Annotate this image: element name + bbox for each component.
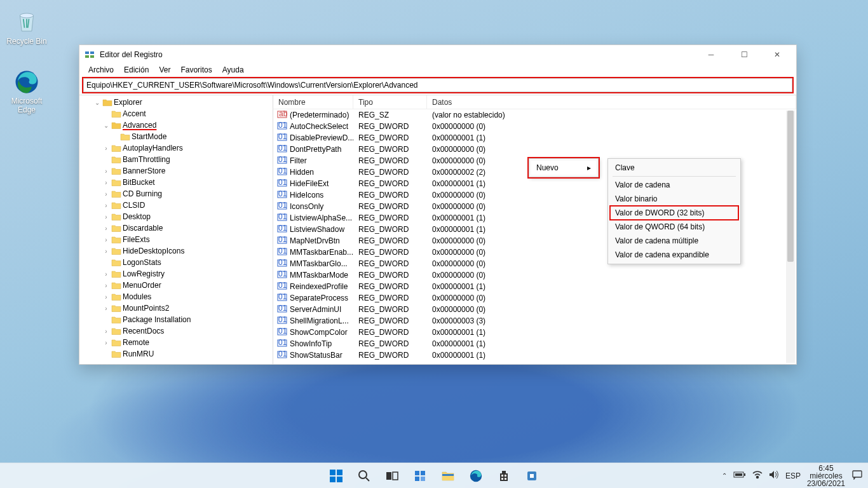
menu-item-cadena[interactable]: Valor de cadena xyxy=(610,178,738,192)
value-type: REG_DWORD xyxy=(353,294,427,302)
chevron-icon[interactable]: › xyxy=(102,271,110,278)
tray-wifi-icon[interactable] xyxy=(752,470,763,481)
tree-item[interactable]: ⌄Explorer xyxy=(79,97,273,108)
tree-item[interactable]: ›Desktop xyxy=(79,211,273,222)
menu-item-clave[interactable]: Clave xyxy=(610,161,738,175)
app-button[interactable] xyxy=(520,464,544,487)
registry-value-row[interactable]: 011ServerAdminUIREG_DWORD0x00000000 (0) xyxy=(273,304,796,315)
col-tipo[interactable]: Tipo xyxy=(353,95,427,109)
svg-point-54 xyxy=(359,471,367,478)
value-icon: 011 xyxy=(277,281,287,292)
tree-item[interactable]: ›BitBucket xyxy=(79,177,273,188)
tree-item[interactable]: RunMRU xyxy=(79,348,273,360)
chevron-icon[interactable]: › xyxy=(102,179,110,186)
chevron-icon[interactable]: › xyxy=(102,339,110,346)
tray-clock[interactable]: 6:45 miércoles 23/06/2021 xyxy=(807,464,845,487)
tree-item[interactable]: ›MenuOrder xyxy=(79,280,273,291)
tree-item[interactable]: ›HideDesktopIcons xyxy=(79,245,273,257)
chevron-icon[interactable]: › xyxy=(102,282,110,289)
explorer-button[interactable] xyxy=(436,464,460,487)
store-button[interactable] xyxy=(492,464,516,487)
registry-value-row[interactable]: 011SeparateProcessREG_DWORD0x00000000 (0… xyxy=(273,292,796,304)
chevron-icon[interactable]: › xyxy=(102,168,110,175)
tree-item[interactable]: ›LowRegistry xyxy=(79,268,273,280)
value-type: REG_DWORD xyxy=(353,145,427,154)
tree-item[interactable]: ›BannerStore xyxy=(79,165,273,177)
tray-notifications-icon[interactable] xyxy=(851,470,863,482)
chevron-icon[interactable]: › xyxy=(102,236,110,243)
scrollbar[interactable] xyxy=(786,111,795,363)
close-button[interactable]: ✕ xyxy=(763,45,791,64)
desktop-icon-recycle-bin[interactable]: Recycle Bin xyxy=(4,9,50,46)
tree-item[interactable]: Package Installation xyxy=(79,314,273,325)
registry-value-row[interactable]: 011MMTaskbarModeREG_DWORD0x00000000 (0) xyxy=(273,269,796,281)
menu-item-expand[interactable]: Valor de cadena expandible xyxy=(610,248,738,262)
menu-favoritos[interactable]: Favoritos xyxy=(175,64,217,78)
tree-pane[interactable]: ⌄ExplorerAccent⌄AdvancedStartMode›Autopl… xyxy=(79,95,273,364)
tree-item[interactable]: ›MountPoints2 xyxy=(79,302,273,314)
menu-ver[interactable]: Ver xyxy=(154,64,175,78)
tree-item[interactable]: ›CD Burning xyxy=(79,188,273,200)
tray-language[interactable]: ESP xyxy=(785,471,801,480)
search-button[interactable] xyxy=(352,464,376,487)
registry-value-row[interactable]: 011DisablePreviewD...REG_DWORD0x00000001… xyxy=(273,132,796,144)
value-icon: 011 xyxy=(277,247,287,258)
menu-edicion[interactable]: Edición xyxy=(119,64,154,78)
tree-item[interactable]: ›Remote xyxy=(79,337,273,348)
tray-battery-icon[interactable] xyxy=(733,471,746,480)
chevron-icon[interactable]: › xyxy=(102,191,110,198)
svg-text:011: 011 xyxy=(278,304,287,313)
chevron-icon[interactable]: › xyxy=(102,214,110,220)
menu-archivo[interactable]: Archivo xyxy=(83,64,119,78)
edge-button[interactable] xyxy=(464,464,488,487)
menu-item-nuevo[interactable]: Nuevo ▸ xyxy=(531,161,596,175)
registry-value-row[interactable]: 011ShowInfoTipREG_DWORD0x00000001 (1) xyxy=(273,338,796,349)
value-icon: 011 xyxy=(277,179,287,189)
minimize-button[interactable]: ─ xyxy=(697,45,725,64)
registry-value-row[interactable]: 011ShowStatusBarREG_DWORD0x00000001 (1) xyxy=(273,349,796,361)
tree-item[interactable]: ⌄Advanced xyxy=(79,119,273,131)
tree-item[interactable]: Accent xyxy=(79,108,273,119)
chevron-icon[interactable]: › xyxy=(102,145,110,152)
registry-value-row[interactable]: 011ShowCompColorREG_DWORD0x00000001 (1) xyxy=(273,327,796,338)
menu-item-multi[interactable]: Valor de cadena múltiple xyxy=(610,234,738,248)
tree-item[interactable]: ›FileExts xyxy=(79,234,273,245)
chevron-icon[interactable]: › xyxy=(102,328,110,335)
chevron-icon[interactable]: › xyxy=(102,225,110,232)
chevron-icon[interactable]: ⌄ xyxy=(102,122,110,129)
titlebar[interactable]: Editor del Registro ─ ☐ ✕ xyxy=(79,45,796,64)
registry-value-row[interactable]: 011DontPrettyPathREG_DWORD0x00000000 (0) xyxy=(273,144,796,155)
taskview-button[interactable] xyxy=(380,464,404,487)
chevron-icon[interactable]: › xyxy=(102,305,110,312)
registry-value-row[interactable]: ab(Predeterminado)REG_SZ(valor no establ… xyxy=(273,109,796,121)
tree-item[interactable]: LogonStats xyxy=(79,257,273,268)
tree-label: Accent xyxy=(123,109,146,118)
tree-item[interactable]: ›Discardable xyxy=(79,222,273,234)
tree-item[interactable]: ›RecentDocs xyxy=(79,325,273,337)
registry-value-row[interactable]: 011ReindexedProfileREG_DWORD0x00000001 (… xyxy=(273,281,796,292)
tray-chevron-icon[interactable]: ⌃ xyxy=(722,472,727,479)
maximize-button[interactable]: ☐ xyxy=(730,45,758,64)
address-bar[interactable]: Equipo\HKEY_CURRENT_USER\Software\Micros… xyxy=(83,78,792,92)
tree-item[interactable]: StartMode xyxy=(79,131,273,142)
tree-item[interactable]: ›AutoplayHandlers xyxy=(79,142,273,154)
start-button[interactable] xyxy=(324,464,348,487)
col-nombre[interactable]: Nombre xyxy=(273,95,353,109)
registry-value-row[interactable]: 011AutoCheckSelectREG_DWORD0x00000000 (0… xyxy=(273,121,796,132)
chevron-icon[interactable]: ⌄ xyxy=(93,99,101,106)
tray-volume-icon[interactable] xyxy=(769,470,779,481)
menu-item-qword[interactable]: Valor de QWORD (64 bits) xyxy=(610,220,738,234)
widgets-button[interactable] xyxy=(408,464,432,487)
registry-value-row[interactable]: 011ShellMigrationL...REG_DWORD0x00000003… xyxy=(273,315,796,327)
menu-ayuda[interactable]: Ayuda xyxy=(217,64,249,78)
chevron-icon[interactable]: › xyxy=(102,248,110,255)
tree-item[interactable]: ›CLSID xyxy=(79,200,273,211)
menu-item-dword[interactable]: Valor de DWORD (32 bits) xyxy=(610,206,738,220)
menu-item-binario[interactable]: Valor binario xyxy=(610,192,738,206)
chevron-icon[interactable]: › xyxy=(102,294,110,301)
desktop-icon-edge[interactable]: Microsoft Edge xyxy=(4,69,50,114)
tree-item[interactable]: BamThrottling xyxy=(79,154,273,165)
col-datos[interactable]: Datos xyxy=(427,95,796,109)
tree-item[interactable]: ›Modules xyxy=(79,291,273,302)
chevron-icon[interactable]: › xyxy=(102,202,110,209)
